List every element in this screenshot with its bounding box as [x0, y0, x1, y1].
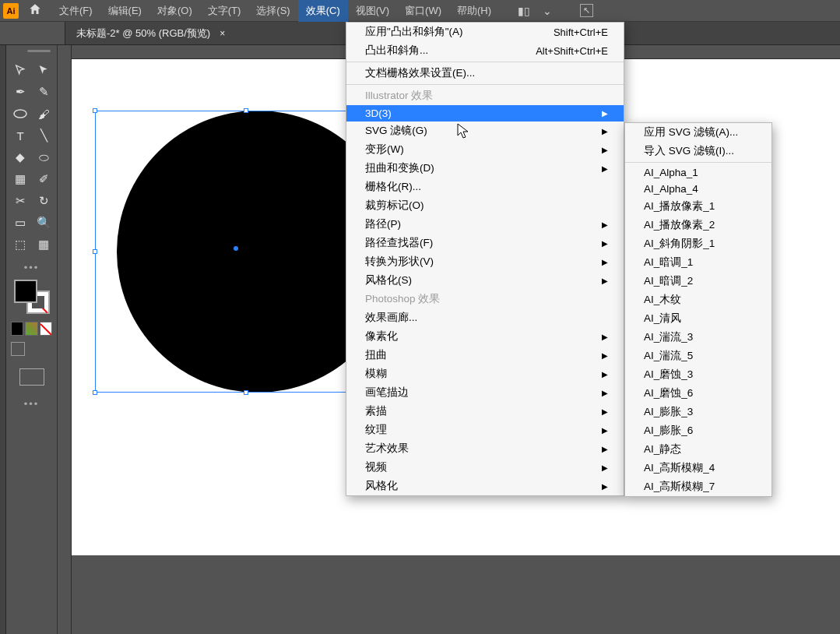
line-tool[interactable]: ╲ [33, 126, 54, 145]
app-icon: Ai [3, 3, 19, 19]
menu-edit[interactable]: 编辑(E) [100, 0, 149, 22]
effect-ai-9[interactable]: 风格化(S)▶ [346, 271, 624, 290]
doc-raster-settings[interactable]: 文档栅格效果设置(E)... [346, 64, 624, 83]
svg-point-0 [14, 110, 26, 118]
top-bar: Ai 文件(F) 编辑(E) 对象(O) 文字(T) 选择(S) 效果(C) 视… [0, 0, 840, 22]
touch-icon[interactable]: ↖ [580, 4, 593, 17]
menu-effect[interactable]: 效果(C) [298, 0, 348, 22]
svg-sub-top-0[interactable]: 应用 SVG 滤镜(A)... [625, 123, 771, 142]
effect-ai-2[interactable]: 变形(W)▶ [346, 140, 624, 159]
svg-filter-15[interactable]: AI_静态 [625, 440, 771, 459]
hand-tool[interactable]: ⬚ [9, 235, 31, 254]
effects-dropdown: 应用"凸出和斜角"(A) Shift+Ctrl+E 凸出和斜角... Alt+S… [346, 22, 624, 496]
effect-ps-3[interactable]: 模糊▶ [346, 365, 624, 383]
grid-tool[interactable]: ▦ [33, 235, 54, 254]
selection-tool[interactable] [9, 61, 31, 79]
blob-brush-tool[interactable]: ⬭ [33, 148, 54, 167]
svg-filter-17[interactable]: AI_高斯模糊_7 [625, 477, 771, 496]
scissors-tool[interactable]: ✂ [9, 192, 31, 210]
last-effect[interactable]: 凸出和斜角... Alt+Shift+Ctrl+E [346, 41, 624, 60]
toolbox: ✒ ✎ 🖌 T ╲ ◆ ⬭ ▦ ✐ ✂ ↻ ▭ 🔍 ⬚ ▦ ••• [6, 45, 58, 634]
menu-file[interactable]: 文件(F) [51, 0, 100, 22]
svg-filter-16[interactable]: AI_高斯模糊_4 [625, 459, 771, 477]
menu-help[interactable]: 帮助(H) [449, 0, 499, 22]
svg-filter-4[interactable]: AI_斜角阴影_1 [625, 234, 771, 253]
file-tab[interactable]: 未标题-2* @ 50% (RGB/预览) × [65, 22, 236, 44]
menu-window[interactable]: 窗口(W) [397, 0, 449, 22]
gradient-mode[interactable] [25, 322, 37, 336]
type-tool[interactable]: T [9, 126, 31, 145]
tab-title: 未标题-2* @ 50% (RGB/预览) [76, 26, 210, 41]
svg-filter-8[interactable]: AI_清风 [625, 309, 771, 328]
svg-filter-5[interactable]: AI_暗调_1 [625, 253, 771, 272]
tab-close[interactable]: × [220, 28, 225, 39]
svg-filter-3[interactable]: AI_播放像素_2 [625, 216, 771, 234]
effect-ai-8[interactable]: 转换为形状(V)▶ [346, 252, 624, 271]
svg-filter-13[interactable]: AI_膨胀_3 [625, 403, 771, 421]
svg-filter-2[interactable]: AI_播放像素_1 [625, 197, 771, 216]
svg-filter-1[interactable]: AI_Alpha_4 [625, 181, 771, 197]
rotate-tool[interactable]: ↻ [33, 192, 54, 210]
effect-ps-8[interactable]: 视频▶ [346, 458, 624, 477]
shape-builder-tool[interactable]: ◆ [9, 148, 31, 167]
gradient-tool[interactable]: ▦ [9, 170, 31, 188]
effect-ps-2[interactable]: 扭曲▶ [346, 346, 624, 365]
effect-ps-5[interactable]: 素描▶ [346, 402, 624, 421]
direct-selection-tool[interactable] [33, 61, 54, 79]
menu-view[interactable]: 视图(V) [348, 0, 397, 22]
arrange-icon[interactable]: ▮▯ [518, 5, 530, 17]
toolbox-more[interactable]: ••• [6, 262, 57, 273]
doc-layout-icons: ▮▯ ⌄ ↖ [518, 4, 593, 17]
paintbrush-tool[interactable]: 🖌 [33, 104, 54, 123]
section-illustrator: Illustrator 效果 [346, 86, 624, 105]
menu-type[interactable]: 文字(T) [200, 0, 249, 22]
effect-ai-4[interactable]: 栅格化(R)... [346, 178, 624, 196]
effect-ps-9[interactable]: 风格化▶ [346, 477, 624, 495]
svg-filter-submenu: 应用 SVG 滤镜(A)...导入 SVG 滤镜(I)... AI_Alpha_… [624, 122, 772, 497]
effect-ps-4[interactable]: 画笔描边▶ [346, 383, 624, 402]
effect-ps-7[interactable]: 艺术效果▶ [346, 439, 624, 458]
eyedropper-tool[interactable]: ✐ [33, 170, 54, 188]
svg-filter-0[interactable]: AI_Alpha_1 [625, 164, 771, 181]
screen-mode[interactable] [19, 368, 44, 386]
home-icon[interactable] [28, 2, 42, 19]
effect-ai-6[interactable]: 路径(P)▶ [346, 215, 624, 234]
ellipse-tool[interactable] [9, 104, 31, 123]
effect-ps-6[interactable]: 纹理▶ [346, 421, 624, 439]
pen-tool[interactable]: ✒ [9, 83, 31, 101]
svg-sub-top-1[interactable]: 导入 SVG 滤镜(I)... [625, 142, 771, 160]
toolbox-dots: ••• [6, 398, 57, 410]
svg-filter-11[interactable]: AI_磨蚀_3 [625, 365, 771, 384]
fill-swatch[interactable] [14, 280, 37, 303]
section-photoshop: Photoshop 效果 [346, 290, 624, 308]
curvature-tool[interactable]: ✎ [33, 83, 54, 101]
dropdown-icon[interactable]: ⌄ [543, 5, 552, 17]
svg-filter-6[interactable]: AI_暗调_2 [625, 272, 771, 291]
svg-filter-7[interactable]: AI_木纹 [625, 291, 771, 309]
effect-ai-5[interactable]: 裁剪标记(O) [346, 196, 624, 215]
svg-filter-9[interactable]: AI_湍流_3 [625, 328, 771, 347]
apply-last-effect[interactable]: 应用"凸出和斜角"(A) Shift+Ctrl+E [346, 23, 624, 41]
svg-filter-12[interactable]: AI_磨蚀_6 [625, 384, 771, 403]
effect-ai-7[interactable]: 路径查找器(F)▶ [346, 234, 624, 252]
svg-filter-10[interactable]: AI_湍流_5 [625, 347, 771, 365]
menu-object[interactable]: 对象(O) [149, 0, 200, 22]
effect-ai-0[interactable]: 3D(3)▶ [346, 105, 624, 122]
none-mode[interactable] [40, 322, 52, 336]
effect-ps-0[interactable]: 效果画廊... [346, 308, 624, 327]
center-point [234, 246, 238, 251]
effect-ps-1[interactable]: 像素化▶ [346, 327, 624, 346]
fill-stroke-swatch[interactable] [14, 280, 50, 314]
effect-ai-3[interactable]: 扭曲和变换(D)▶ [346, 159, 624, 178]
effect-ai-1[interactable]: SVG 滤镜(G)▶ [346, 122, 624, 140]
menu-select[interactable]: 选择(S) [248, 0, 297, 22]
left-rail [0, 45, 6, 634]
artboard-tool[interactable]: ▭ [9, 213, 31, 232]
color-mode[interactable] [11, 322, 23, 336]
zoom-tool[interactable]: 🔍 [33, 213, 54, 232]
menubar: 文件(F) 编辑(E) 对象(O) 文字(T) 选择(S) 效果(C) 视图(V… [51, 0, 499, 21]
draw-mode[interactable] [11, 342, 25, 356]
vertical-ruler [58, 45, 72, 634]
svg-filter-14[interactable]: AI_膨胀_6 [625, 421, 771, 440]
